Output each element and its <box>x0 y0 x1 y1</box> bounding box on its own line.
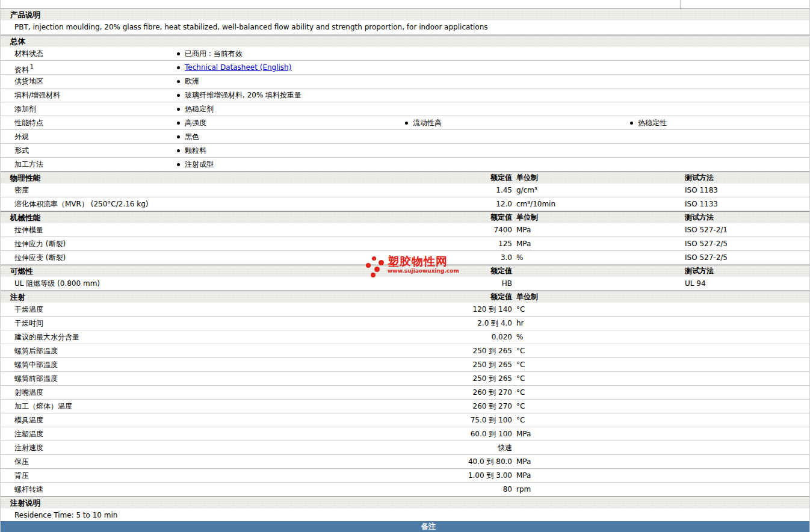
row-label-text: 干燥温度 <box>14 305 43 314</box>
row-label: 供货地区 <box>14 75 43 88</box>
rated-value: 250 到 265 <box>416 344 512 357</box>
bullet-icon <box>405 122 408 125</box>
row-label-text: 加工方法 <box>14 160 43 169</box>
row-label: 溶化体积流率（MVR） (250°C/2.16 kg) <box>14 197 149 211</box>
table-row: 外观黑色 <box>1 130 809 144</box>
table-edge-line <box>680 0 681 8</box>
row-label: 拉伸应变 (断裂) <box>14 251 66 264</box>
bullet-item: 欧洲 <box>177 75 199 88</box>
row-label-text: 资料 <box>14 66 29 74</box>
bullet-item: 高强度 <box>177 116 206 129</box>
table-row: 拉伸模量7400MPaISO 527-2/1 <box>1 223 809 237</box>
rated-value: 1.45 <box>416 184 512 197</box>
unit-value: MPa <box>516 469 531 482</box>
table-row: 加工方法注射成型 <box>1 158 809 172</box>
unit-value: °C <box>516 303 525 316</box>
bullet-item: 热稳定剂 <box>177 102 214 116</box>
unit-value: °C <box>516 386 525 399</box>
bullet-icon <box>177 163 180 166</box>
unit-value: MPa <box>516 427 531 441</box>
row-label-text: 螺筒中部温度 <box>14 360 58 369</box>
unit-value: rpm <box>516 483 531 496</box>
unit-value: °C <box>516 372 525 385</box>
remarks-label: 备注 <box>421 522 436 532</box>
row-label: 加工方法 <box>14 158 43 171</box>
rated-value: 2.0 到 4.0 <box>416 317 512 330</box>
bullet-item: 玻璃纤维增强材料, 20% 填料按重量 <box>177 88 301 102</box>
row-label-text: 螺筒前部温度 <box>14 374 58 383</box>
bullet-text: 欧洲 <box>185 75 199 88</box>
logo-site-url: www.sujiaowuxing.com <box>388 268 459 274</box>
section-header-injection: 注射额定值单位制 <box>1 291 809 303</box>
bullet-text: 高强度 <box>185 116 206 129</box>
section-title: 总体 <box>10 36 25 47</box>
material-datasheet-page: 产品说明PBT, injection moulding, 20% glass f… <box>0 0 810 532</box>
row-label: 模具温度 <box>14 413 43 427</box>
row-label-text: UL 阻燃等级 (0.800 mm) <box>14 279 100 288</box>
section-title: 注射 <box>10 291 25 303</box>
bullet-text: 黑色 <box>185 130 199 143</box>
row-label-text: 溶化体积流率（MVR） (250°C/2.16 kg) <box>14 200 149 208</box>
rated-value: 260 到 270 <box>416 386 512 399</box>
rated-value: 12.0 <box>416 197 512 211</box>
row-label: 建议的最大水分含量 <box>14 330 79 344</box>
table-row: 形式颗粒料 <box>1 144 809 158</box>
bullet-icon <box>177 52 180 55</box>
table-row: 背压1.00 到 3.00MPa <box>1 469 809 483</box>
section-title: 产品说明 <box>10 9 40 20</box>
rated-value: 75.0 到 100 <box>416 413 512 427</box>
rated-value: 120 到 140 <box>416 303 512 316</box>
technical-datasheet-link[interactable]: Technical Datasheet (English) <box>185 61 291 74</box>
rated-value: 1.00 到 3.00 <box>416 469 512 482</box>
table-row: 注射速度快速 <box>1 441 809 455</box>
bullet-item: 注射成型 <box>177 158 214 171</box>
bullet-icon <box>177 122 180 125</box>
row-label-text: 拉伸模量 <box>14 226 43 234</box>
test-method-value: ISO 527-2/5 <box>685 237 728 250</box>
table-row: 注塑温度60.0 到 100MPa <box>1 427 809 441</box>
section-title: 注射说明 <box>10 497 40 509</box>
table-row: 供货地区欧洲 <box>1 75 809 88</box>
row-label-text: 形式 <box>14 146 29 155</box>
row-label: UL 阻燃等级 (0.800 mm) <box>14 277 100 290</box>
column-header-test-method: 测试方法 <box>685 172 714 184</box>
row-label: 性能特点 <box>14 116 43 129</box>
bullet-icon <box>177 135 180 138</box>
row-label: 添加剂 <box>14 102 36 116</box>
bullet-icon <box>177 94 180 97</box>
row-label-text: 注塑温度 <box>14 430 43 438</box>
rated-value: 60.0 到 100 <box>416 427 512 441</box>
bullet-text: 玻璃纤维增强材料, 20% 填料按重量 <box>185 88 301 102</box>
bullet-text: 热稳定剂 <box>185 102 214 116</box>
row-label: 螺筒前部温度 <box>14 372 58 385</box>
table-row: 填料/增强材料玻璃纤维增强材料, 20% 填料按重量 <box>1 88 809 102</box>
bullet-text: 热稳定性 <box>638 116 667 129</box>
row-label: 螺筒中部温度 <box>14 358 58 371</box>
column-header-rated-value: 额定值 <box>416 212 512 223</box>
bullet-item: 热稳定性 <box>630 116 667 129</box>
table-row: 保压40.0 到 80.0MPa <box>1 455 809 469</box>
bullet-item: 黑色 <box>177 130 199 143</box>
unit-value: % <box>516 251 523 264</box>
logo-site-name: 塑胶物性网 <box>388 255 459 268</box>
row-label: 射嘴温度 <box>14 386 43 399</box>
row-label: 干燥时间 <box>14 317 43 330</box>
table-row: 干燥时间2.0 到 4.0hr <box>1 317 809 330</box>
row-label: 填料/增强材料 <box>14 88 60 102</box>
test-method-value: ISO 1133 <box>685 197 718 211</box>
row-label: 干燥温度 <box>14 303 43 316</box>
rated-value: 0.020 <box>416 330 512 344</box>
test-method-value: ISO 527-2/1 <box>685 223 728 237</box>
bullet-icon <box>630 122 633 125</box>
row-label-text: 材料状态 <box>14 49 43 58</box>
rated-value: 125 <box>416 237 512 250</box>
row-label: 背压 <box>14 469 29 482</box>
test-method-value: ISO 1183 <box>685 184 718 197</box>
row-label-text: 建议的最大水分含量 <box>14 333 79 341</box>
unit-value: °C <box>516 400 525 413</box>
bullet-icon <box>177 66 180 69</box>
row-label: 外观 <box>14 130 29 143</box>
table-row: 添加剂热稳定剂 <box>1 102 809 116</box>
rated-value: 250 到 265 <box>416 358 512 371</box>
row-label: 螺筒后部温度 <box>14 344 58 357</box>
